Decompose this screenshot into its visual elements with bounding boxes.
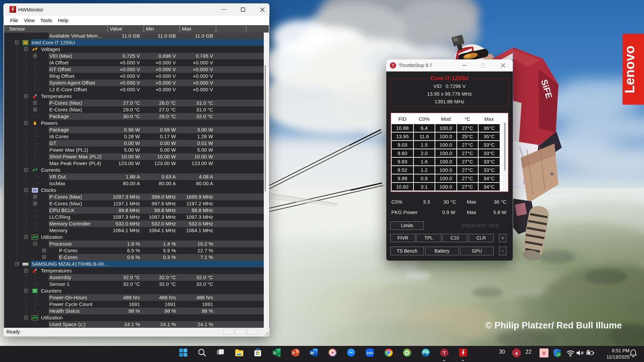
svg-text:T: T: [443, 350, 446, 355]
svg-text:Zalo: Zalo: [366, 351, 373, 355]
svg-text:X: X: [274, 351, 276, 355]
svg-text:T: T: [392, 63, 394, 67]
svg-text:V: V: [542, 350, 546, 356]
svg-text:© Philip Platzer/ Red Bull Ill: © Philip Platzer/ Red Bull Illume: [485, 320, 622, 330]
svg-text:W: W: [310, 351, 314, 355]
svg-text:Lenovo: Lenovo: [622, 46, 637, 93]
svg-text:4: 4: [515, 351, 518, 356]
svg-text:P: P: [292, 351, 295, 355]
